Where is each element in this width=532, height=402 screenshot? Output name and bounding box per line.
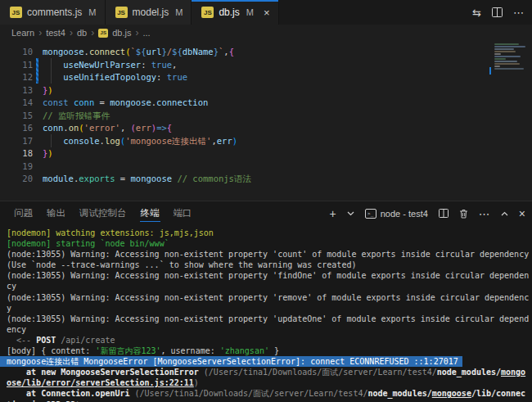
code-line[interactable]: 20module.exports = mongoose // commonjs语… — [0, 173, 532, 186]
terminal-session-label: node - test4 — [381, 209, 428, 219]
terminal-line: ency — [7, 324, 532, 335]
code-line[interactable]: 17 console.log('mongoose连接出错',err) — [0, 135, 532, 148]
code-line[interactable]: 13}) — [0, 84, 532, 97]
line-number: 17 — [0, 135, 33, 148]
code-line[interactable]: 15// 监听报错事件 — [0, 110, 532, 123]
file-link[interactable]: mongoose — [432, 389, 471, 398]
tab-label: comments.js — [27, 7, 82, 18]
more-actions-icon[interactable]: ⋯ — [513, 7, 524, 19]
new-terminal-icon[interactable]: + — [330, 208, 336, 219]
javascript-file-icon: JS — [201, 7, 214, 18]
bottom-panel: 问题 输出 调试控制台 终端 端口 + >_ node - test4 — [0, 201, 532, 402]
git-modified-badge: M — [246, 7, 254, 17]
panel-tab-terminal[interactable]: 终端 — [140, 201, 160, 225]
terminal-line: ose/lib/error/serverSelection.js:22:11) — [7, 377, 532, 388]
line-number: 18 — [0, 147, 33, 160]
editor-actions: ⇆ ⋯ — [472, 0, 532, 25]
terminal-line: [body] { content: '新留言内容123', username: … — [7, 346, 532, 356]
tab-db-js[interactable]: JS db.js M × — [192, 0, 278, 25]
file-link[interactable]: mongo — [501, 368, 525, 377]
javascript-file-icon: JS — [10, 7, 22, 18]
tab-comments-js[interactable]: JS comments.js M — [0, 0, 106, 25]
terminal-line: y — [7, 303, 532, 314]
line-number: 13 — [0, 84, 33, 97]
line-number: 12 — [0, 71, 33, 84]
git-modified-badge: M — [175, 7, 183, 17]
kill-terminal-icon[interactable] — [459, 209, 468, 219]
chevron-right-icon: › — [91, 27, 94, 38]
code-line[interactable]: 16conn.on('error', (err)=>{ — [0, 122, 532, 135]
javascript-file-icon: JS — [115, 7, 128, 18]
terminal-line-selected: mongoose连接出错 MongooseError [MongooseServ… — [7, 356, 532, 367]
code-line[interactable]: 14const conn = mongoose.connection — [0, 97, 532, 110]
terminal-line: (node:13055) Warning: Accessing non-exis… — [7, 270, 532, 281]
code-lines: 10mongoose.connect(`${url}/${dbName}`,{1… — [0, 46, 532, 186]
breadcrumb-item[interactable]: db.js — [112, 28, 131, 38]
terminal-line: at new MongooseServerSelectionError (/Us… — [7, 367, 532, 377]
line-number: 16 — [0, 122, 33, 135]
tab-label: model.js — [133, 7, 169, 18]
open-changes-icon[interactable]: ⇆ — [472, 7, 481, 19]
terminal-line: tion.js:823:32) — [7, 400, 532, 402]
javascript-file-icon: JS — [98, 29, 108, 38]
indent-guide — [51, 58, 52, 84]
breadcrumb: Learn › test4 › db › JS db.js › ... — [0, 25, 532, 41]
panel-more-icon[interactable]: ⋯ — [479, 208, 490, 219]
editor-tab-bar: JS comments.js M JS model.js M JS db.js … — [0, 0, 532, 25]
panel-actions: + >_ node - test4 ⋯ × — [330, 208, 525, 219]
close-panel-icon[interactable]: × — [519, 208, 525, 219]
terminal-line: (node:13055) Warning: Accessing non-exis… — [7, 314, 532, 324]
panel-tab-output[interactable]: 输出 — [46, 201, 66, 225]
maximize-panel-icon[interactable] — [501, 211, 508, 216]
git-modified-gutter — [36, 58, 38, 84]
breadcrumb-item[interactable]: db — [77, 28, 87, 38]
line-number: 20 — [0, 173, 33, 186]
terminal-line: (node:13055) Warning: Accessing non-exis… — [7, 292, 532, 303]
line-number: 19 — [0, 160, 33, 174]
panel-tab-problems[interactable]: 问题 — [13, 201, 34, 225]
code-line[interactable]: 10mongoose.connect(`${url}/${dbName}`,{ — [0, 46, 532, 59]
code-line[interactable]: 11 useNewUrlParser: true, — [0, 59, 532, 72]
chevron-right-icon: › — [136, 27, 139, 38]
tab-model-js[interactable]: JS model.js M — [106, 0, 192, 25]
line-number: 10 — [0, 46, 33, 59]
split-terminal-icon[interactable] — [439, 209, 449, 218]
panel-header: 问题 输出 调试控制台 终端 端口 + >_ node - test4 — [0, 201, 532, 225]
chevron-right-icon: › — [38, 27, 42, 38]
close-tab-icon[interactable]: × — [264, 7, 270, 18]
minimap-modified-marker — [489, 67, 491, 75]
terminal-line: at Connection.openUri (/Users/tina1/Down… — [7, 388, 532, 399]
file-link[interactable]: ose/lib/error/serverSelection.js:22:11 — [7, 378, 194, 387]
code-line[interactable]: 19 — [0, 160, 532, 174]
vscode-window: JS comments.js M JS model.js M JS db.js … — [0, 0, 532, 402]
line-number: 14 — [0, 97, 33, 110]
terminal-line: (node:13055) Warning: Accessing non-exis… — [7, 249, 532, 260]
terminal-line: [nodemon] watching extensions: js,mjs,js… — [7, 228, 532, 238]
panel-tab-debug-console[interactable]: 调试控制台 — [79, 201, 128, 225]
tab-label: db.js — [219, 7, 239, 18]
terminal-line: <-- POST /api/create — [7, 335, 532, 346]
code-editor[interactable]: 10mongoose.connect(`${url}/${dbName}`,{1… — [0, 41, 532, 201]
git-modified-badge: M — [88, 7, 96, 17]
terminal-session-item[interactable]: >_ node - test4 — [365, 209, 428, 219]
panel-tabs: 问题 输出 调试控制台 终端 端口 — [13, 201, 193, 225]
terminal-profile-dropdown-icon[interactable] — [347, 211, 354, 216]
terminal-icon: >_ — [365, 209, 376, 219]
split-editor-icon[interactable] — [492, 7, 503, 17]
breadcrumb-item[interactable]: ... — [143, 28, 151, 38]
breadcrumb-item[interactable]: Learn — [11, 28, 34, 38]
terminal-line: cy — [7, 281, 532, 291]
line-number: 15 — [0, 110, 33, 123]
chevron-right-icon: › — [70, 27, 73, 38]
terminal-line: [nodemon] starting `node bin/www` — [7, 238, 532, 249]
line-number: 11 — [0, 59, 33, 72]
code-line[interactable]: 18}) — [0, 147, 532, 160]
panel-tab-ports[interactable]: 端口 — [173, 201, 193, 225]
terminal-output[interactable]: [nodemon] watching extensions: js,mjs,js… — [0, 225, 532, 402]
terminal-line: (Use `node --trace-warnings ...` to show… — [7, 260, 532, 270]
minimap[interactable] — [489, 43, 530, 70]
indent-guide — [51, 134, 52, 147]
code-line[interactable]: 12 useUnifiedTopology: true — [0, 71, 532, 84]
breadcrumb-item[interactable]: test4 — [46, 28, 65, 38]
